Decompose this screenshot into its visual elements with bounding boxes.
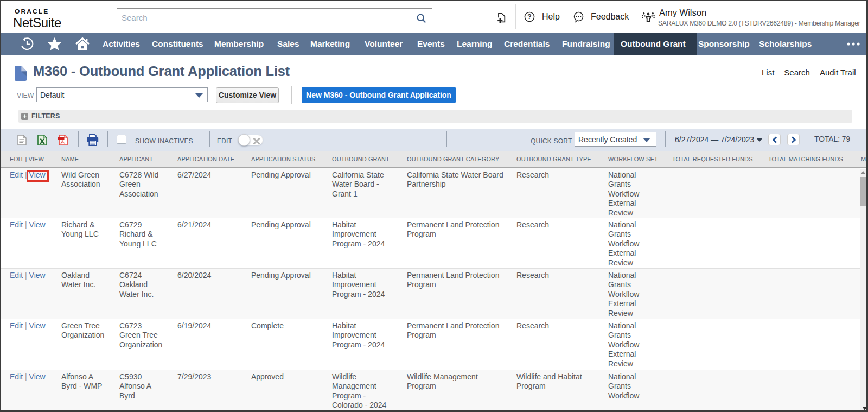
svg-text:?: ? — [527, 13, 531, 21]
